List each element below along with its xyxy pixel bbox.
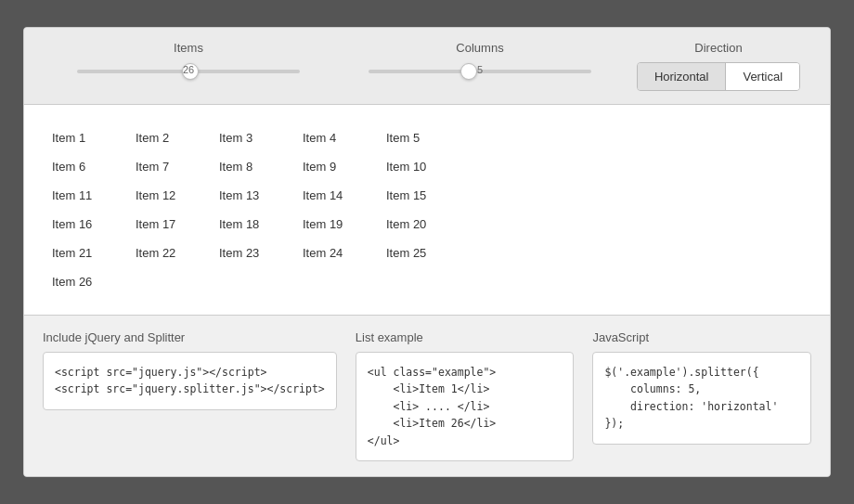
js-title: JavaScript [592,330,811,344]
list-item: Item 20 [377,210,460,239]
direction-control: Direction Horizontal Vertical [626,41,811,91]
list-item: Item 15 [377,181,460,210]
list-item: Item 2 [126,123,210,152]
list-item: Item 1 [43,123,126,152]
list-item: Item 26 [43,267,126,296]
list-item: Item 16 [43,210,126,239]
list-item: Item 13 [210,181,293,210]
jquery-block: Include jQuery and Splitter <script src=… [43,330,337,461]
list-item: Item 22 [126,239,210,267]
code-section: Include jQuery and Splitter <script src=… [24,316,830,476]
list-item: Item 21 [43,239,126,267]
list-item: Item 8 [210,152,293,181]
list-title: List example [356,330,575,344]
horizontal-button[interactable]: Horizontal [638,63,727,90]
list-item: Item 25 [377,239,460,267]
list-item: Item 7 [126,152,210,181]
list-item: Item 10 [377,152,460,181]
list-section: Item 1Item 2Item 3Item 4Item 5Item 6Item… [24,105,830,316]
list-item: Item 17 [126,210,210,239]
items-grid: Item 1Item 2Item 3Item 4Item 5Item 6Item… [43,123,811,296]
list-item: Item 9 [293,152,377,181]
list-item: Item 4 [293,123,377,152]
vertical-button[interactable]: Vertical [726,63,799,90]
js-block: JavaScript $('.example').splitter({ colu… [592,330,811,461]
list-item: Item 6 [43,152,126,181]
columns-slider[interactable] [369,70,591,73]
list-item: Item 23 [210,239,293,267]
items-label: Items [174,41,203,55]
list-item: Item 3 [210,123,293,152]
list-block: List example <ul class="example"> <li>It… [356,330,575,461]
direction-button-group: Horizontal Vertical [637,62,800,91]
items-control: Items 26 [43,41,334,76]
list-code: <ul class="example"> <li>Item 1</li> <li… [356,352,575,461]
columns-control: Columns 5 [334,41,626,76]
items-slider-container: 26 [77,62,300,76]
jquery-title: Include jQuery and Splitter [43,330,337,344]
list-item: Item 19 [293,210,377,239]
list-item: Item 11 [43,181,126,210]
columns-slider-container: 5 [369,62,591,76]
main-container: Items 26 Columns 5 Direction Horizontal … [23,27,831,477]
columns-label: Columns [456,41,503,55]
items-slider[interactable] [77,70,300,73]
list-item: Item 5 [377,123,460,152]
list-item: Item 18 [210,210,293,239]
controls-section: Items 26 Columns 5 Direction Horizontal … [24,28,830,105]
list-item: Item 24 [293,239,377,267]
jquery-code: <script src="jquery.js"></script> <scrip… [43,352,337,410]
list-item: Item 14 [293,181,377,210]
direction-label: Direction [694,41,742,55]
js-code: $('.example').splitter({ columns: 5, dir… [592,352,811,445]
list-item: Item 12 [126,181,210,210]
